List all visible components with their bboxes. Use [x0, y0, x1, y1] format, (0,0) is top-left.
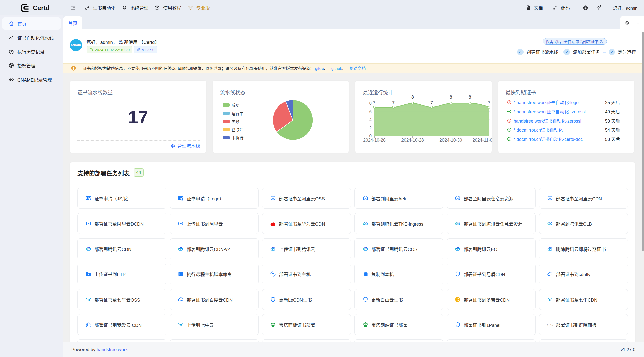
svg-text:8: 8 [469, 95, 471, 100]
svg-text:8: 8 [369, 101, 372, 106]
svg-text:7: 7 [392, 100, 395, 105]
svg-text:7: 7 [430, 100, 433, 105]
svg-text:6: 6 [369, 109, 372, 114]
svg-text:8: 8 [450, 95, 452, 100]
svg-text:8: 8 [411, 95, 414, 100]
svg-text:7: 7 [488, 100, 490, 105]
svg-text:2024-10-28: 2024-10-28 [401, 138, 424, 143]
svg-text:2024-10-26: 2024-10-26 [363, 138, 386, 143]
svg-text:2: 2 [369, 126, 372, 130]
svg-text:2024-11-0: 2024-11-0 [473, 138, 492, 143]
svg-text:2024-10-30: 2024-10-30 [439, 138, 462, 143]
svg-text:4: 4 [369, 117, 372, 122]
svg-text:7: 7 [373, 100, 375, 105]
